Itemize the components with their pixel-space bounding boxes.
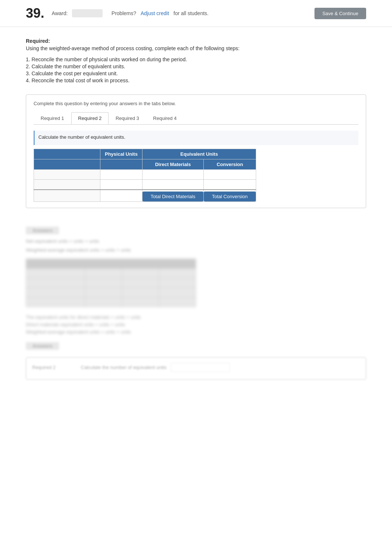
tab-required-1[interactable]: Required 1 <box>34 112 71 124</box>
answer-input[interactable] <box>171 363 230 372</box>
blurred-table-section <box>26 259 366 307</box>
row1-conversion <box>204 170 256 180</box>
th-equiv-units: Equivalent Units <box>142 149 256 159</box>
question-box: Complete this question by entering your … <box>26 94 366 208</box>
answer-row: Required 2 Calculate the number of equiv… <box>32 363 360 372</box>
step-4: 4. Reconcile the total cost of work in p… <box>26 77 366 83</box>
row2-conversion <box>204 180 256 190</box>
answer-section: Required 2 Calculate the number of equiv… <box>26 357 366 380</box>
steps-list: 1. Reconcile the number of physical unit… <box>26 56 366 83</box>
total-conversion-btn[interactable]: Total Conversion <box>204 192 256 201</box>
step-3: 3. Calculate the cost per equivalent uni… <box>26 70 366 76</box>
tabs-row: Required 1 Required 2 Required 3 Require… <box>34 112 358 125</box>
answer-row-label: Required 2 <box>32 365 76 370</box>
step-1: 1. Reconcile the number of physical unit… <box>26 56 366 62</box>
formula-line-1-blurred: Net equivalent units = units + units <box>26 238 366 244</box>
th-pu-sub <box>100 159 142 170</box>
header-bar: 39. Award: Problems? Adjust credit for a… <box>0 0 392 27</box>
th-physical-units: Physical Units <box>100 149 142 159</box>
th-empty <box>34 149 100 159</box>
save-continue-button[interactable]: Save & Continue <box>314 8 366 19</box>
total-physical <box>100 190 142 202</box>
tab-required-4[interactable]: Required 4 <box>146 112 184 124</box>
th-conversion: Conversion <box>204 159 256 170</box>
award-value <box>72 9 103 17</box>
award-label: Award: <box>52 10 68 16</box>
table-row <box>34 180 256 190</box>
complete-message: Complete this question by entering your … <box>34 101 358 106</box>
required-heading: Required: <box>26 38 366 44</box>
instructions-text: Using the weighted-average method of pro… <box>26 45 366 51</box>
tab-content-label: Calculate the number of equivalent units… <box>34 131 358 145</box>
tab-required-2[interactable]: Required 2 <box>71 112 109 124</box>
row1-label <box>34 170 100 180</box>
bottom-answer-area: Answers Required 2 Calculate the number … <box>26 342 366 380</box>
th-empty2 <box>34 159 100 170</box>
row2-direct <box>142 180 203 190</box>
main-content: Required: Using the weighted-average met… <box>0 27 392 391</box>
th-direct-materials: Direct Materials <box>142 159 203 170</box>
row1-direct <box>142 170 203 180</box>
blurred-explanation: The equivalent units for direct material… <box>26 314 366 335</box>
eq-units-table: Physical Units Equivalent Units Direct M… <box>34 149 256 202</box>
problems-label: Problems? <box>111 10 136 16</box>
blurred-answer-label: Answers <box>26 342 366 350</box>
row2-physical <box>100 180 142 190</box>
row2-label <box>34 180 100 190</box>
table-total-row: Total Direct Materials Total Conversion <box>34 190 256 202</box>
total-conversion-cell: Total Conversion <box>204 190 256 202</box>
answers-label-blurred: Answers <box>26 227 59 234</box>
eq-table-wrapper: Physical Units Equivalent Units Direct M… <box>34 149 358 202</box>
table-row <box>34 170 256 180</box>
formula-line-2-blurred: Weighted-average equivalent units = unit… <box>26 247 366 253</box>
row1-physical <box>100 170 142 180</box>
all-students-label: for all students. <box>173 10 209 16</box>
answer-row-desc: Calculate the number of equivalent units <box>81 365 166 370</box>
question-number: 39. <box>26 6 44 21</box>
total-direct-cell: Total Direct Materials <box>142 190 203 202</box>
tab-required-3[interactable]: Required 3 <box>109 112 146 124</box>
total-direct-btn[interactable]: Total Direct Materials <box>142 192 203 201</box>
adjust-credit-link[interactable]: Adjust credit <box>141 10 169 16</box>
total-label <box>34 190 100 202</box>
step-2: 2. Calculate the number of equivalent un… <box>26 63 366 69</box>
